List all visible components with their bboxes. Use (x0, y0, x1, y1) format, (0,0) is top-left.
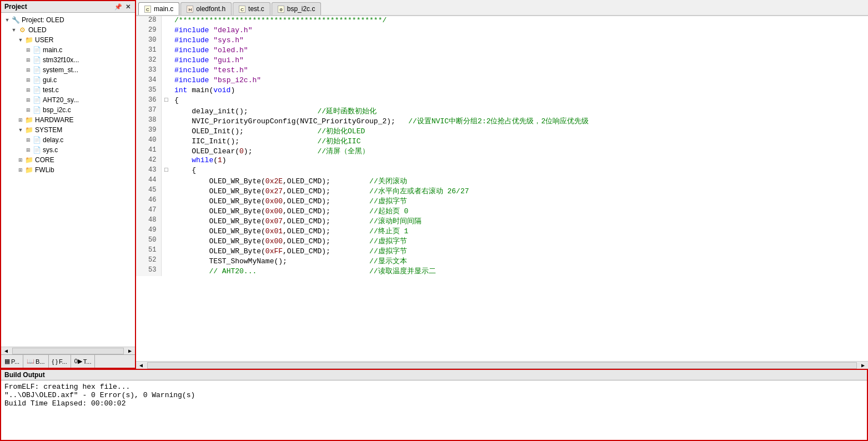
tree-item-aht20[interactable]: ⊞ 📄 AHT20_sy... (1, 95, 135, 105)
tree-item-bsp-i2c[interactable]: ⊞ 📄 bsp_i2c.c (1, 105, 135, 115)
code-50[interactable]: OLED_WR_Byte(0x00,OLED_CMD); //虚拟字节 (171, 236, 868, 246)
code-31[interactable]: #include "oled.h" (171, 46, 868, 56)
code-34[interactable]: #include "bsp_i2c.h" (171, 76, 868, 86)
tab-templates[interactable]: 0▶ T... (71, 355, 96, 368)
tree-root-item[interactable]: ▼ 🔧 Project: OLED (1, 15, 135, 25)
tree-item-sys-c[interactable]: ⊞ 📄 sys.c (1, 145, 135, 155)
code-32[interactable]: #include "gui.h" (171, 56, 868, 66)
code-line-51: 51 OLED_WR_Byte(0xFF,OLED_CMD); //虚拟字节 (136, 246, 868, 256)
code-45[interactable]: OLED_WR_Byte(0x27,OLED_CMD); //水平向左或者右滚动… (171, 186, 868, 196)
code-35[interactable]: int main(void) (171, 86, 868, 96)
bsp-i2c-toggle[interactable]: ⊞ (24, 106, 32, 114)
code-41[interactable]: OLED_Clear(0); //清屏（全黑） (171, 146, 868, 156)
hscroll-left[interactable]: ◀ (1, 348, 11, 354)
editor-hscroll-right[interactable]: ▶ (858, 362, 868, 369)
code-42[interactable]: while(1) (171, 156, 868, 166)
code-line-34: 34 #include "bsp_i2c.h" (136, 76, 868, 86)
test-c-tab-icon: C (239, 6, 245, 13)
gutter-47 (161, 206, 171, 216)
code-53[interactable]: // AHT20... //读取温度并显示二 (171, 266, 868, 276)
tree-item-gui-c[interactable]: ⊞ 📄 gui.c (1, 75, 135, 85)
gutter-36: □ (161, 96, 171, 106)
system-label: SYSTEM (35, 126, 62, 134)
project-icon: 🔧 (11, 16, 20, 24)
gutter-30 (161, 36, 171, 46)
stm32-file-icon: 📄 (32, 56, 41, 64)
code-line-40: 40 IIC_Init(); //初始化IIC (136, 136, 868, 146)
stm32-toggle[interactable]: ⊞ (24, 56, 32, 64)
code-49[interactable]: OLED_WR_Byte(0x01,OLED_CMD); //终止页 1 (171, 226, 868, 236)
code-28[interactable]: /***************************************… (171, 16, 868, 26)
editor-hscroll[interactable]: ◀ ▶ (136, 361, 868, 369)
oled-toggle[interactable]: ▼ (10, 26, 18, 34)
tree-item-oled[interactable]: ▼ ⚙ OLED (1, 25, 135, 35)
aht20-file-icon: 📄 (32, 96, 41, 104)
tree-item-fwlib[interactable]: ⊞ 📁 FWLib (1, 165, 135, 175)
code-30[interactable]: #include "sys.h" (171, 36, 868, 46)
fwlib-toggle[interactable]: ⊞ (17, 166, 24, 174)
bsp-i2c-tab-label: bsp_i2c.c (287, 5, 315, 13)
tab-oledfont-h[interactable]: H oledfont.h (180, 2, 232, 15)
tree-item-main-c[interactable]: ⊞ 📄 main.c (1, 45, 135, 55)
tree-item-stm32[interactable]: ⊞ 📄 stm32f10x... (1, 55, 135, 65)
code-37[interactable]: delay_init(); //延时函数初始化 (171, 106, 868, 116)
code-44[interactable]: OLED_WR_Byte(0x2E,OLED_CMD); //关闭滚动 (171, 176, 868, 186)
delay-c-toggle[interactable]: ⊞ (24, 136, 32, 144)
tree-item-delay-c[interactable]: ⊞ 📄 delay.c (1, 135, 135, 145)
core-toggle[interactable]: ⊞ (17, 156, 24, 164)
code-51[interactable]: OLED_WR_Byte(0xFF,OLED_CMD); //虚拟字节 (171, 246, 868, 256)
tab-projects[interactable]: ▦ P... (1, 355, 23, 368)
code-40[interactable]: IIC_Init(); //初始化IIC (171, 136, 868, 146)
tab-functions[interactable]: { } F... (49, 355, 71, 368)
tab-bsp-i2c-c[interactable]: ⚙ bsp_i2c.c (272, 2, 322, 15)
tab-main-c[interactable]: C main.c (138, 2, 179, 15)
tree-item-system-st[interactable]: ⊞ 📄 system_st... (1, 65, 135, 75)
tree-item-user[interactable]: ▼ 📁 USER (1, 35, 135, 45)
code-33[interactable]: #include "test.h" (171, 66, 868, 76)
aht20-toggle[interactable]: ⊞ (24, 96, 32, 104)
system-st-toggle[interactable]: ⊞ (24, 66, 32, 74)
gutter-37 (161, 106, 171, 116)
code-line-33: 33 #include "test.h" (136, 66, 868, 76)
tree-item-hardware[interactable]: ⊞ 📁 HARDWARE (1, 115, 135, 125)
functions-tab-label: F... (59, 358, 67, 365)
code-line-30: 30 #include "sys.h" (136, 36, 868, 46)
sidebar-hscroll[interactable]: ◀ ▶ (1, 347, 135, 354)
sys-c-toggle[interactable]: ⊞ (24, 146, 32, 154)
system-st-file-icon: 📄 (32, 66, 41, 74)
code-29[interactable]: #include "delay.h" (171, 26, 868, 36)
code-36[interactable]: { (171, 96, 868, 106)
system-toggle[interactable]: ▼ (17, 126, 24, 134)
code-line-53: 53 // AHT20... //读取温度并显示二 (136, 266, 868, 276)
tree-item-core[interactable]: ⊞ 📁 CORE (1, 155, 135, 165)
code-38[interactable]: NVIC_PriorityGroupConfig(NVIC_PriorityGr… (171, 116, 868, 126)
close-icon[interactable]: ✕ (124, 3, 132, 11)
main-c-toggle[interactable]: ⊞ (24, 46, 32, 54)
code-47[interactable]: OLED_WR_Byte(0x00,OLED_CMD); //起始页 0 (171, 206, 868, 216)
hardware-toggle[interactable]: ⊞ (17, 116, 24, 124)
hscroll-track[interactable] (12, 348, 124, 354)
user-toggle[interactable]: ▼ (17, 36, 24, 44)
gutter-31 (161, 46, 171, 56)
tree-item-test-c[interactable]: ⊞ 📄 test.c (1, 85, 135, 95)
tab-test-c[interactable]: C test.c (233, 2, 270, 15)
code-editor[interactable]: 28 /************************************… (136, 16, 868, 361)
hscroll-right[interactable]: ▶ (125, 348, 135, 354)
code-52[interactable]: TEST_ShowMyName(); //显示文本 (171, 256, 868, 266)
code-39[interactable]: OLED_Init(); //初始化OLED (171, 126, 868, 136)
pin-icon[interactable]: 📌 (114, 3, 122, 11)
gutter-41 (161, 146, 171, 156)
gutter-29 (161, 26, 171, 36)
code-line-28: 28 /************************************… (136, 16, 868, 26)
root-toggle[interactable]: ▼ (3, 16, 11, 24)
gui-c-toggle[interactable]: ⊞ (24, 76, 32, 84)
editor-hscroll-track[interactable] (147, 362, 857, 369)
tab-books[interactable]: 📖 B... (23, 355, 49, 368)
test-c-toggle[interactable]: ⊞ (24, 86, 32, 94)
code-46[interactable]: OLED_WR_Byte(0x00,OLED_CMD); //虚拟字节 (171, 196, 868, 206)
code-48[interactable]: OLED_WR_Byte(0x07,OLED_CMD); //滚动时间间隔 (171, 216, 868, 226)
editor-hscroll-left[interactable]: ◀ (136, 362, 146, 369)
code-43[interactable]: { (171, 166, 868, 176)
oledfont-h-tab-icon: H (187, 6, 193, 13)
tree-item-system[interactable]: ▼ 📁 SYSTEM (1, 125, 135, 135)
